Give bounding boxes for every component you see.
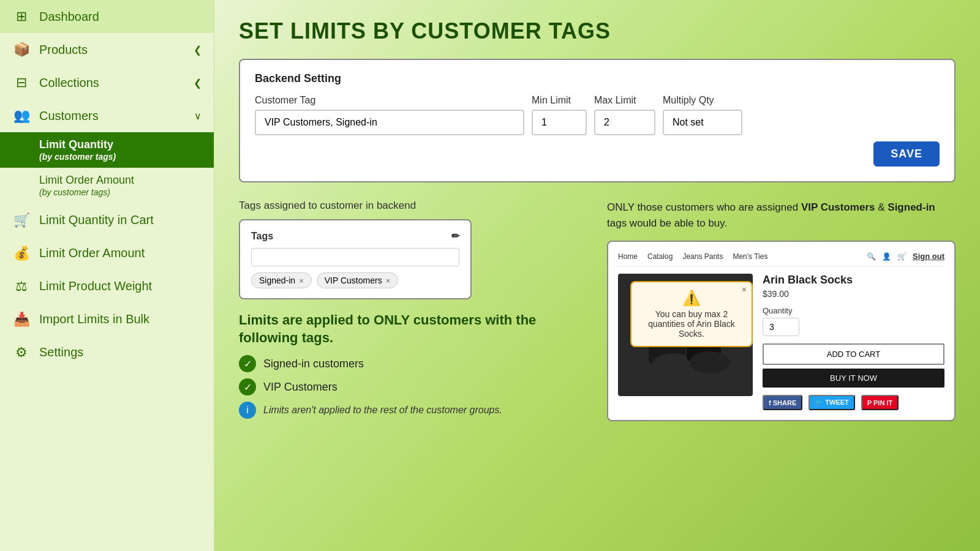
nav-home: Home: [618, 252, 638, 261]
sidebar-label-settings: Settings: [39, 345, 83, 359]
info-title: Limits are applied to ONLY customers wit…: [239, 312, 587, 347]
list-item-vip: ✓ VIP Customers: [239, 378, 587, 395]
min-limit-label: Min Limit: [532, 95, 587, 106]
check-icon-signed-in: ✓: [239, 355, 256, 372]
weight-icon: ⚖: [12, 279, 31, 294]
nav-mens-ties: Men's Ties: [733, 252, 767, 261]
limit-quantity-label: Limit Quantity: [39, 138, 116, 152]
list-item-signed-in: ✓ Signed-in customers: [239, 355, 587, 372]
check-icon-vip: ✓: [239, 378, 256, 395]
sidebar: ⊞ Dashboard 📦 Products ❮ ⊟ Collections ❮…: [0, 0, 214, 551]
tags-header-label: Tags: [251, 231, 273, 242]
search-icon: 🔍: [867, 252, 876, 261]
tag-vip: VIP Customers ×: [317, 272, 398, 288]
list-label-info: Limits aren't applied to the rest of the…: [263, 405, 502, 416]
tag-signed-in: Signed-in ×: [251, 272, 312, 288]
customer-tag-label: Customer Tag: [255, 95, 524, 106]
list-label-vip: VIP Customers: [263, 381, 337, 394]
customers-icon: 👥: [12, 108, 31, 124]
max-limit-label: Max Limit: [594, 95, 655, 106]
nav-jeans: Jeans Pants: [682, 252, 723, 261]
info-icon: i: [239, 402, 256, 419]
tag-signed-in-remove[interactable]: ×: [299, 276, 304, 285]
edit-icon[interactable]: ✏: [451, 230, 459, 242]
tags-section-label: Tags assigned to customer in backend: [239, 200, 587, 212]
tooltip-close[interactable]: ×: [742, 285, 747, 294]
product-name: Arin Black Socks: [763, 274, 944, 287]
sidebar-label-limit-weight: Limit Product Weight: [39, 279, 152, 293]
vip-bold: VIP Customers: [801, 201, 875, 213]
tags-card: Tags ✏ Signed-in × VIP Customers ×: [239, 219, 472, 299]
tags-list: Signed-in × VIP Customers ×: [251, 272, 459, 288]
limit-order-amount-label: Limit Order Amount: [39, 174, 134, 187]
list-item-info: i Limits aren't applied to the rest of t…: [239, 402, 587, 419]
customer-tag-input[interactable]: [255, 110, 524, 135]
sign-out-link[interactable]: Sign out: [913, 252, 944, 261]
multiply-qty-label: Multiply Qty: [663, 95, 742, 106]
sidebar-label-limit-order-2: Limit Order Amount: [39, 246, 145, 260]
right-description: ONLY those customers who are assigned VI…: [607, 200, 956, 231]
right-desc-plain: ONLY those customers who are assigned: [607, 201, 801, 213]
right-desc-end: tags would be able to buy.: [607, 217, 727, 229]
add-to-cart-button[interactable]: ADD TO CART: [763, 343, 944, 365]
sidebar-item-products[interactable]: 📦 Products ❮: [0, 33, 214, 66]
chevron-collections: ❮: [194, 77, 202, 89]
sidebar-label-collections: Collections: [39, 76, 99, 90]
tooltip-box: × ⚠️ You can buy max 2 quantities of Ari…: [630, 281, 753, 347]
signed-bold: Signed-in: [888, 201, 935, 213]
main-content: SET LIMITS BY CUSTOMER TAGS Backend Sett…: [214, 0, 980, 551]
person-icon: 👤: [882, 252, 891, 261]
sidebar-item-limit-quantity[interactable]: Limit Quantity (by customer tags): [0, 132, 214, 168]
min-limit-input[interactable]: [532, 110, 587, 135]
product-details: Arin Black Socks $39.00 Quantity ADD TO …: [763, 274, 944, 410]
sidebar-item-limit-quantity-cart[interactable]: 🛒 Limit Quantity in Cart: [0, 204, 214, 237]
sidebar-label-customers: Customers: [39, 109, 99, 123]
products-icon: 📦: [12, 42, 31, 58]
tags-card-header: Tags ✏: [251, 230, 459, 242]
warning-icon: ⚠️: [641, 290, 742, 307]
share-pinterest[interactable]: P PIN IT: [861, 395, 899, 410]
product-price: $39.00: [763, 289, 944, 299]
sidebar-item-limit-order-amount-2[interactable]: 💰 Limit Order Amount: [0, 237, 214, 270]
buy-now-button[interactable]: BUY IT NOW: [763, 369, 944, 388]
collections-icon: ⊟: [12, 75, 31, 91]
qty-input[interactable]: [763, 318, 799, 336]
sidebar-item-limit-order-amount[interactable]: Limit Order Amount (by customer tags): [0, 168, 214, 203]
backend-setting-card: Backend Setting Customer Tag Min Limit M…: [239, 59, 956, 182]
share-twitter[interactable]: 🐦 TWEET: [809, 395, 855, 410]
sidebar-item-dashboard[interactable]: ⊞ Dashboard: [0, 0, 214, 33]
tag-vip-label: VIP Customers: [325, 276, 382, 285]
sidebar-item-limit-product-weight[interactable]: ⚖ Limit Product Weight: [0, 270, 214, 303]
right-desc-mid: &: [875, 201, 888, 213]
qty-label: Quantity: [763, 306, 944, 315]
limit-quantity-sublabel: (by customer tags): [39, 152, 116, 162]
sidebar-item-settings[interactable]: ⚙ Settings: [0, 336, 214, 369]
backend-card-title: Backend Setting: [255, 72, 940, 85]
right-column: ONLY those customers who are assigned VI…: [607, 200, 956, 421]
sidebar-item-import-limits[interactable]: 📥 Import Limits in Bulk: [0, 303, 214, 336]
share-facebook[interactable]: f SHARE: [763, 395, 802, 410]
import-icon: 📥: [12, 312, 31, 328]
save-button[interactable]: SAVE: [873, 141, 940, 167]
tag-vip-remove[interactable]: ×: [386, 276, 391, 285]
cart-icon: 🛒: [12, 212, 31, 228]
settings-icon: ⚙: [12, 345, 31, 361]
sidebar-item-customers[interactable]: 👥 Customers ∨: [0, 99, 214, 132]
product-image: × ⚠️ You can buy max 2 quantities of Ari…: [618, 274, 753, 396]
max-limit-input[interactable]: [594, 110, 655, 135]
chevron-customers: ∨: [194, 110, 202, 122]
multiply-qty-input[interactable]: [663, 110, 742, 135]
page-title: SET LIMITS BY CUSTOMER TAGS: [239, 18, 956, 44]
check-list: ✓ Signed-in customers ✓ VIP Customers i …: [239, 355, 587, 419]
sidebar-label-dashboard: Dashboard: [39, 10, 99, 24]
preview-nav: Home Catalog Jeans Pants Men's Ties 🔍 👤 …: [618, 252, 944, 266]
nav-catalog: Catalog: [647, 252, 673, 261]
tags-search-input[interactable]: [251, 248, 459, 266]
sidebar-item-collections[interactable]: ⊟ Collections ❮: [0, 66, 214, 99]
social-share: f SHARE 🐦 TWEET P PIN IT: [763, 395, 944, 410]
svg-point-5: [690, 351, 730, 373]
list-label-signed-in: Signed-in customers: [263, 358, 364, 370]
preview-body: × ⚠️ You can buy max 2 quantities of Ari…: [618, 274, 944, 410]
sidebar-label-import: Import Limits in Bulk: [39, 312, 149, 326]
tooltip-text: You can buy max 2 quantities of Arin Bla…: [641, 309, 742, 339]
